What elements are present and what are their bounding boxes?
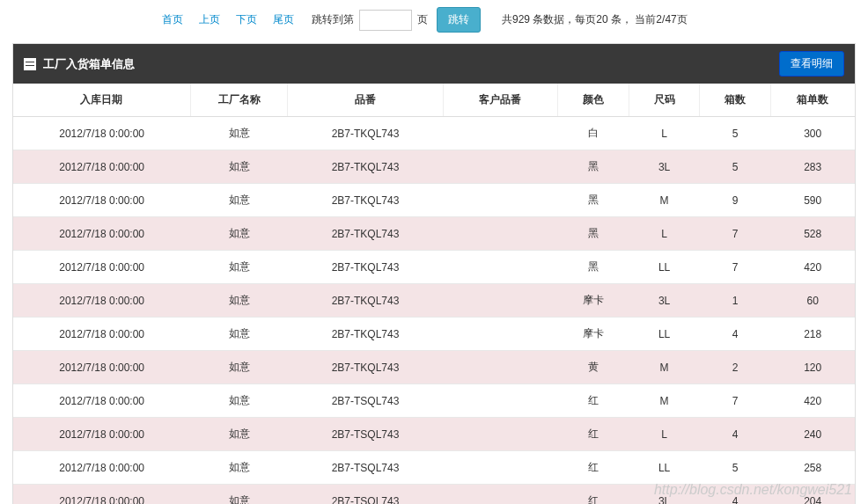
cell-color: 黑 (558, 184, 629, 217)
cell-customer (443, 184, 558, 217)
cell-date: 2012/7/18 0:00:00 (13, 485, 190, 505)
cell-boxqty: 258 (770, 451, 855, 485)
table-row[interactable]: 2012/7/18 0:00:00如意2B7-TKQL743黑M9590 (13, 184, 855, 217)
cell-size: 3L (629, 485, 700, 505)
cell-size: L (629, 418, 700, 451)
cell-factory: 如意 (190, 150, 288, 184)
cell-boxqty: 300 (770, 117, 855, 150)
table-row[interactable]: 2012/7/18 0:00:00如意2B7-TKQL743黑L7528 (13, 217, 855, 251)
cell-size: L (629, 217, 700, 251)
col-header-customer: 客户品番 (443, 84, 558, 117)
next-page-link[interactable]: 下页 (231, 12, 262, 27)
table-row[interactable]: 2012/7/18 0:00:00如意2B7-TKQL743摩卡LL4218 (13, 318, 855, 351)
cell-customer (443, 150, 558, 184)
cell-product: 2B7-TKQL743 (288, 351, 443, 384)
cell-color: 黄 (558, 351, 629, 384)
cell-product: 2B7-TKQL743 (288, 150, 443, 184)
col-header-color: 颜色 (558, 84, 629, 117)
cell-product: 2B7-TSQL743 (288, 384, 443, 418)
cell-boxcount: 9 (700, 184, 771, 217)
cell-date: 2012/7/18 0:00:00 (13, 284, 190, 318)
cell-product: 2B7-TKQL743 (288, 217, 443, 251)
cell-factory: 如意 (190, 485, 288, 505)
table-row[interactable]: 2012/7/18 0:00:00如意2B7-TKQL743摩卡3L160 (13, 284, 855, 318)
cell-product: 2B7-TSQL743 (288, 485, 443, 505)
last-page-link[interactable]: 尾页 (268, 12, 299, 27)
cell-product: 2B7-TKQL743 (288, 251, 443, 284)
cell-factory: 如意 (190, 284, 288, 318)
cell-factory: 如意 (190, 384, 288, 418)
table-row[interactable]: 2012/7/18 0:00:00如意2B7-TKQL743黑3L5283 (13, 150, 855, 184)
first-page-link[interactable]: 首页 (157, 12, 188, 27)
col-header-boxcount: 箱数 (700, 84, 771, 117)
cell-boxcount: 1 (700, 284, 771, 318)
table-row[interactable]: 2012/7/18 0:00:00如意2B7-TKQL743黄M2120 (13, 351, 855, 384)
pagination-bar: 首页 上页 下页 尾页 跳转到第 页 跳转 共929 条数据，每页20 条， 当… (0, 0, 868, 43)
cell-color: 摩卡 (558, 318, 629, 351)
cell-size: LL (629, 318, 700, 351)
cell-date: 2012/7/18 0:00:00 (13, 217, 190, 251)
jump-page-input[interactable] (359, 10, 412, 31)
cell-boxqty: 240 (770, 418, 855, 451)
cell-customer (443, 318, 558, 351)
cell-boxqty: 218 (770, 318, 855, 351)
table-row[interactable]: 2012/7/18 0:00:00如意2B7-TSQL743红L4240 (13, 418, 855, 451)
table-header-row: 入库日期 工厂名称 品番 客户品番 颜色 尺码 箱数 箱单数 (13, 84, 855, 117)
cell-factory: 如意 (190, 318, 288, 351)
cell-factory: 如意 (190, 351, 288, 384)
cell-product: 2B7-TKQL743 (288, 117, 443, 150)
cell-size: LL (629, 251, 700, 284)
col-header-size: 尺码 (629, 84, 700, 117)
view-detail-button[interactable]: 查看明细 (779, 51, 844, 77)
jump-button[interactable]: 跳转 (437, 7, 481, 33)
cell-date: 2012/7/18 0:00:00 (13, 418, 190, 451)
cell-product: 2B7-TKQL743 (288, 184, 443, 217)
cell-color: 白 (558, 117, 629, 150)
cell-factory: 如意 (190, 418, 288, 451)
cell-size: M (629, 384, 700, 418)
cell-date: 2012/7/18 0:00:00 (13, 351, 190, 384)
cell-color: 黑 (558, 150, 629, 184)
col-header-boxqty: 箱单数 (770, 84, 855, 117)
list-icon (24, 58, 36, 70)
cell-color: 红 (558, 485, 629, 505)
cell-date: 2012/7/18 0:00:00 (13, 117, 190, 150)
cell-boxcount: 7 (700, 384, 771, 418)
cell-date: 2012/7/18 0:00:00 (13, 184, 190, 217)
cell-customer (443, 418, 558, 451)
cell-size: 3L (629, 150, 700, 184)
cell-boxcount: 5 (700, 150, 771, 184)
table-row[interactable]: 2012/7/18 0:00:00如意2B7-TKQL743白L5300 (13, 117, 855, 150)
table-row[interactable]: 2012/7/18 0:00:00如意2B7-TKQL743黑LL7420 (13, 251, 855, 284)
table-row[interactable]: 2012/7/18 0:00:00如意2B7-TSQL743红3L4204 (13, 485, 855, 505)
table-row[interactable]: 2012/7/18 0:00:00如意2B7-TSQL743红M7420 (13, 384, 855, 418)
cell-boxqty: 420 (770, 251, 855, 284)
data-table: 入库日期 工厂名称 品番 客户品番 颜色 尺码 箱数 箱单数 2012/7/18… (13, 84, 855, 504)
cell-boxqty: 204 (770, 485, 855, 505)
cell-boxcount: 5 (700, 117, 771, 150)
cell-color: 黑 (558, 217, 629, 251)
cell-size: 3L (629, 284, 700, 318)
cell-customer (443, 384, 558, 418)
cell-color: 黑 (558, 251, 629, 284)
cell-product: 2B7-TKQL743 (288, 318, 443, 351)
table-row[interactable]: 2012/7/18 0:00:00如意2B7-TSQL743红LL5258 (13, 451, 855, 485)
cell-boxcount: 7 (700, 251, 771, 284)
panel-title-text: 工厂入货箱单信息 (43, 56, 135, 72)
cell-boxcount: 4 (700, 418, 771, 451)
col-header-product: 品番 (288, 84, 443, 117)
cell-boxqty: 420 (770, 384, 855, 418)
cell-boxcount: 4 (700, 485, 771, 505)
cell-boxqty: 283 (770, 150, 855, 184)
cell-factory: 如意 (190, 184, 288, 217)
panel-header: 工厂入货箱单信息 查看明细 (13, 44, 855, 84)
cell-customer (443, 251, 558, 284)
col-header-factory: 工厂名称 (190, 84, 288, 117)
cell-color: 摩卡 (558, 284, 629, 318)
cell-boxcount: 7 (700, 217, 771, 251)
prev-page-link[interactable]: 上页 (194, 12, 225, 27)
pagination-info: 共929 条数据，每页20 条， 当前2/47页 (502, 12, 688, 27)
cell-boxcount: 2 (700, 351, 771, 384)
cell-product: 2B7-TSQL743 (288, 418, 443, 451)
cell-date: 2012/7/18 0:00:00 (13, 384, 190, 418)
